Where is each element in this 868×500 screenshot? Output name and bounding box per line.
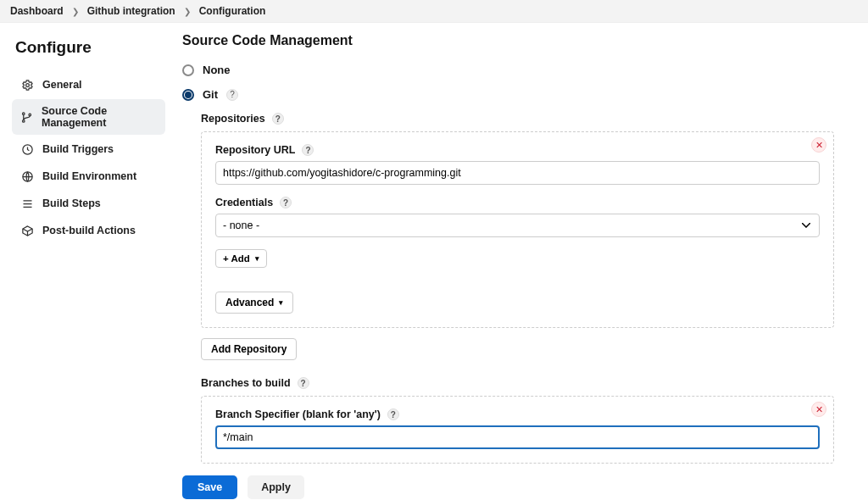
chevron-right-icon: ❯	[72, 7, 79, 16]
breadcrumb-item[interactable]: Configuration	[199, 5, 266, 17]
advanced-toggle[interactable]: Advanced ▾	[215, 292, 293, 314]
help-icon[interactable]: ?	[387, 408, 399, 420]
credentials-select[interactable]: - none -	[215, 214, 820, 237]
close-icon: ✕	[815, 404, 823, 415]
add-credentials-button[interactable]: + Add ▾	[215, 249, 267, 268]
footer-actions: Save Apply	[174, 466, 868, 499]
sidebar-item-label: Post-build Actions	[42, 225, 136, 236]
sidebar-item-label: Build Steps	[42, 197, 101, 209]
sidebar-item-scm[interactable]: Source Code Management	[12, 99, 165, 135]
sidebar-item-label: General	[42, 79, 82, 91]
chevron-down-icon: ▾	[279, 298, 283, 307]
package-icon	[20, 224, 34, 237]
svg-point-0	[25, 83, 29, 86]
sidebar-item-label: Build Triggers	[42, 143, 114, 155]
remove-branch-button[interactable]: ✕	[811, 402, 826, 417]
scm-option-git[interactable]: Git ?	[182, 88, 834, 101]
main-content: Source Code Management None Git ? Reposi…	[174, 23, 868, 499]
branch-icon	[20, 110, 33, 124]
help-icon[interactable]: ?	[302, 144, 314, 156]
svg-point-3	[29, 114, 31, 116]
repo-url-label: Repository URL ?	[215, 144, 820, 156]
sidebar-item-postbuild[interactable]: Post-build Actions	[12, 218, 165, 243]
sidebar-item-environment[interactable]: Build Environment	[12, 164, 165, 189]
save-button[interactable]: Save	[182, 475, 237, 499]
help-icon[interactable]: ?	[226, 89, 238, 101]
branch-specifier-label: Branch Specifier (blank for 'any') ?	[215, 408, 820, 420]
help-icon[interactable]: ?	[272, 113, 284, 125]
close-icon: ✕	[815, 140, 823, 151]
scm-option-none[interactable]: None	[182, 64, 834, 76]
sidebar-item-steps[interactable]: Build Steps	[12, 191, 165, 216]
apply-button[interactable]: Apply	[248, 475, 304, 499]
credentials-label: Credentials ?	[215, 197, 820, 208]
radio-icon[interactable]	[182, 64, 194, 76]
help-icon[interactable]: ?	[280, 197, 292, 208]
radio-label: Git	[203, 88, 218, 101]
sidebar-item-general[interactable]: General	[12, 72, 165, 97]
repositories-label: Repositories ?	[201, 113, 834, 125]
breadcrumb-item[interactable]: Github integration	[87, 5, 175, 17]
branches-label: Branches to build ?	[201, 377, 834, 389]
chevron-right-icon: ❯	[184, 7, 191, 16]
chevron-down-icon: ▾	[255, 254, 259, 263]
branch-block: ✕ Branch Specifier (blank for 'any') ?	[201, 396, 834, 464]
help-icon[interactable]: ?	[298, 377, 309, 389]
sidebar-item-label: Source Code Management	[42, 105, 157, 129]
add-repository-button[interactable]: Add Repository	[201, 338, 297, 360]
svg-point-1	[23, 112, 25, 114]
svg-point-2	[23, 119, 25, 122]
breadcrumb: Dashboard ❯ Github integration ❯ Configu…	[0, 0, 868, 23]
repository-block: ✕ Repository URL ? Credentials ? - none …	[201, 131, 834, 328]
branch-specifier-input[interactable]	[215, 425, 820, 449]
sidebar-title: Configure	[12, 38, 165, 57]
sidebar-item-triggers[interactable]: Build Triggers	[12, 136, 165, 162]
sidebar-item-label: Build Environment	[42, 170, 136, 182]
clock-icon	[20, 142, 34, 156]
gear-icon	[20, 78, 34, 92]
page-heading: Source Code Management	[182, 33, 834, 48]
sidebar: Configure General Source Code Management…	[0, 23, 174, 499]
radio-icon[interactable]	[182, 89, 194, 101]
steps-icon	[20, 197, 34, 210]
radio-label: None	[203, 64, 231, 76]
repo-url-input[interactable]	[215, 161, 820, 185]
remove-repository-button[interactable]: ✕	[811, 137, 826, 153]
breadcrumb-item[interactable]: Dashboard	[10, 5, 64, 17]
globe-icon	[20, 169, 34, 183]
